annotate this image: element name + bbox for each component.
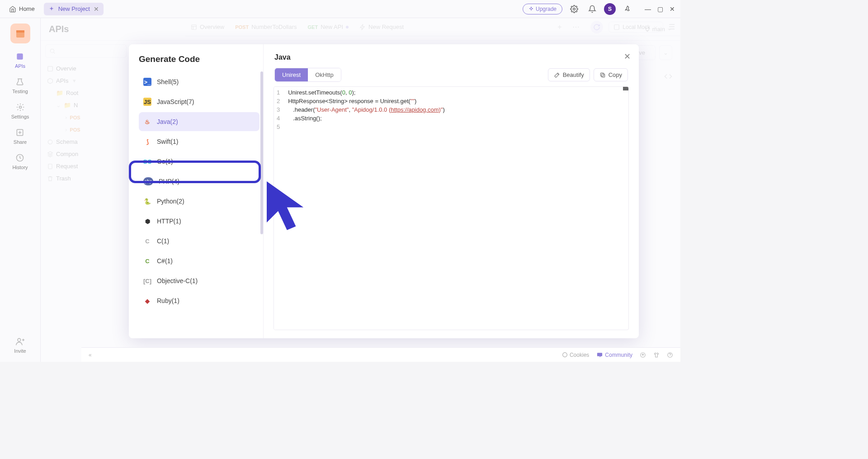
variant-okhttp[interactable]: OkHttp: [308, 68, 340, 81]
nav-label: History: [12, 165, 28, 170]
wand-icon: [554, 72, 560, 78]
python-icon: 🐍: [143, 197, 151, 205]
lang-ruby[interactable]: ◆Ruby(1): [139, 291, 259, 310]
upload-button[interactable]: [640, 352, 646, 358]
discord-icon: [596, 351, 603, 358]
ruby-icon: ◆: [143, 297, 151, 305]
go-icon: GO: [143, 157, 151, 166]
apparel-button[interactable]: [653, 352, 660, 358]
nav-label: APIs: [15, 63, 25, 69]
nav-label: Settings: [11, 114, 29, 119]
lang-c[interactable]: CC(1): [139, 232, 259, 251]
sparkle-icon: [528, 6, 534, 12]
lang-swift[interactable]: ⟆Swift(1): [139, 132, 259, 151]
collapse-sidebar-button[interactable]: «: [89, 352, 92, 358]
window-controls: — ▢ ✕: [645, 5, 675, 13]
scrollbar[interactable]: [260, 71, 263, 325]
variant-tabs: Unirest OkHttp: [274, 68, 341, 82]
help-button[interactable]: [667, 352, 673, 358]
pin-icon: [624, 5, 631, 13]
upgrade-button[interactable]: Upgrade: [523, 4, 562, 14]
pin-button[interactable]: [621, 3, 634, 15]
language-panel: Generate Code >_Shell(5) JSJavaScript(7)…: [129, 44, 264, 338]
settings-button[interactable]: [568, 3, 580, 15]
titlebar: Home New Project ✕ Upgrade S — ▢ ✕: [0, 0, 680, 18]
history-icon: [15, 153, 24, 162]
copy-icon: [599, 72, 606, 78]
testing-icon: [15, 77, 24, 86]
nav-settings[interactable]: Settings: [11, 102, 29, 119]
code-panel: ✕ Java Unirest OkHttp Beautify Copy: [264, 44, 639, 338]
upload-icon: [640, 352, 646, 358]
line-gutter: 1 2 3 4 5: [274, 87, 284, 330]
lang-javascript[interactable]: JSJavaScript(7): [139, 92, 259, 111]
app-logo[interactable]: [10, 24, 30, 43]
nav-apis[interactable]: APIs: [15, 52, 25, 69]
selected-language-title: Java: [264, 44, 639, 68]
settings-icon: [16, 103, 25, 112]
modal-title: Generate Code: [139, 54, 263, 64]
csharp-icon: C: [143, 257, 151, 265]
svg-rect-2: [16, 30, 24, 33]
java-icon: ♨: [143, 118, 151, 126]
svg-rect-3: [17, 53, 23, 59]
close-tab-icon[interactable]: ✕: [94, 5, 99, 13]
nav-invite[interactable]: Invite: [14, 336, 26, 354]
objective-c-icon: [C]: [143, 277, 151, 285]
svg-point-19: [563, 353, 567, 357]
home-label: Home: [19, 5, 35, 12]
lang-http[interactable]: ⬢HTTP(1): [139, 212, 259, 231]
project-tab[interactable]: New Project ✕: [44, 3, 104, 15]
apis-icon: [15, 52, 24, 61]
c-icon: C: [143, 237, 151, 245]
sparkle-icon: [48, 6, 55, 12]
code-content: Unirest.setTimeouts(0, 0); HttpResponse<…: [284, 87, 448, 330]
svg-rect-17: [601, 74, 604, 77]
minimap-indicator: [623, 87, 628, 90]
close-modal-button[interactable]: ✕: [624, 52, 631, 62]
upgrade-label: Upgrade: [536, 6, 557, 12]
calendar-icon: [15, 28, 26, 39]
variant-unirest[interactable]: Unirest: [275, 68, 308, 81]
generate-code-modal: Generate Code >_Shell(5) JSJavaScript(7)…: [129, 44, 639, 338]
lang-go[interactable]: GOGo(1): [139, 152, 259, 171]
lang-java[interactable]: ♨Java(2): [139, 112, 259, 131]
left-rail: APIs Testing Settings Share History Invi…: [0, 18, 41, 362]
php-icon: php: [143, 177, 153, 185]
notifications-button[interactable]: [586, 3, 599, 15]
shell-icon: >_: [143, 78, 151, 86]
svg-point-4: [19, 106, 21, 109]
home-button[interactable]: Home: [5, 4, 38, 14]
code-toolbar: Unirest OkHttp Beautify Copy: [264, 68, 639, 82]
maximize-button[interactable]: ▢: [657, 5, 663, 13]
lang-php[interactable]: phpPHP(4): [139, 172, 259, 191]
svg-point-0: [573, 8, 576, 10]
help-icon: [667, 352, 673, 358]
community-link[interactable]: Community: [596, 351, 632, 358]
nav-share[interactable]: Share: [14, 128, 27, 145]
nav-label: Testing: [12, 89, 28, 94]
statusbar: « Cookies Community: [81, 347, 680, 362]
nav-label: Invite: [14, 348, 26, 354]
svg-rect-18: [600, 73, 604, 76]
cookies-link[interactable]: Cookies: [562, 352, 589, 358]
avatar[interactable]: S: [604, 3, 616, 15]
content-area: APIs main Overview POST NumberToDollars …: [41, 18, 680, 362]
lang-python[interactable]: 🐍Python(2): [139, 192, 259, 211]
language-list: >_Shell(5) JSJavaScript(7) ♨Java(2) ⟆Swi…: [139, 72, 263, 311]
project-tab-label: New Project: [58, 5, 90, 12]
copy-button[interactable]: Copy: [594, 68, 628, 81]
beautify-button[interactable]: Beautify: [548, 68, 590, 81]
gear-icon: [570, 5, 578, 13]
close-button[interactable]: ✕: [670, 5, 675, 13]
code-editor[interactable]: 1 2 3 4 5 Unirest.setTimeouts(0, 0); Htt…: [274, 86, 629, 330]
lang-csharp[interactable]: CC#(1): [139, 251, 259, 270]
lang-objective-c[interactable]: [C]Objective-C(1): [139, 271, 259, 290]
svg-point-7: [18, 338, 21, 341]
nav-testing[interactable]: Testing: [12, 77, 28, 94]
nav-label: Share: [14, 139, 27, 145]
nav-history[interactable]: History: [12, 153, 28, 170]
home-icon: [9, 5, 16, 13]
lang-shell[interactable]: >_Shell(5): [139, 72, 259, 91]
minimize-button[interactable]: —: [645, 5, 651, 13]
